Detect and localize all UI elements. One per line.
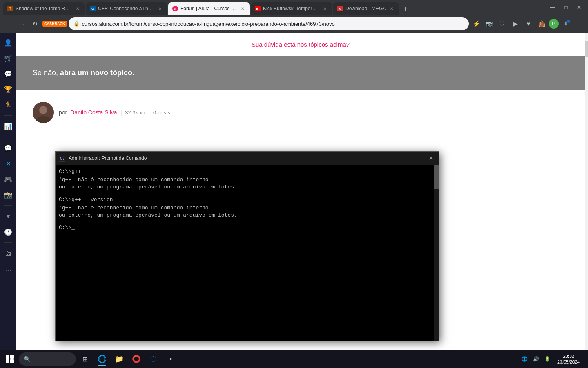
toolbar-shield-icon[interactable]: 🛡 [497,18,508,29]
top-question-area: Sua dúvida está nos tópicos acima? [16,33,585,56]
banner-text-bold: abra um novo tópico [60,69,132,77]
top-question-link[interactable]: Sua dúvida está nos tópicos acima? [252,41,350,48]
sidebar-icon-more[interactable]: … [2,263,15,276]
cmd-line-4: C:\>g++ --version [59,196,435,204]
cmd-maximize-button[interactable]: □ [414,154,423,163]
taskbar-search[interactable]: 🔍 [19,352,76,366]
tab-close-mega[interactable]: ✕ [388,5,395,12]
cmd-titlebar: C:\ Administrador: Prompt de Comando — □… [56,152,439,165]
tab-youtube[interactable]: ▶ Kick Buttowski Temporada... ✕ [251,2,332,15]
maximize-button[interactable]: □ [560,2,572,13]
taskbar-start-button[interactable] [2,351,18,367]
post-xp: 32.3k xp [125,110,145,116]
close-button[interactable]: ✕ [573,2,585,13]
tab-mega[interactable]: M Download - MEGA ✕ [333,2,399,15]
toolbar-wallet-icon[interactable]: 👜 [536,18,547,29]
sidebar-icon-instagram[interactable]: 📸 [2,188,15,201]
cmd-title-text: Administrador: Prompt de Comando [69,155,399,161]
cmd-scrollbar[interactable] [434,165,439,341]
post-xp-label: xp [140,110,145,116]
sidebar-icon-collections[interactable]: 🗂 [2,247,15,260]
tab-favicon-youtube: ▶ [255,6,261,11]
clock-time: 23:32 [563,353,575,359]
tray-battery-icon[interactable]: 🔋 [543,354,552,364]
start-sq-1 [6,355,9,359]
svg-text:C:\: C:\ [60,157,65,161]
start-sq-4 [10,359,14,363]
back-button[interactable]: ← [3,18,15,29]
tab-title-youtube: Kick Buttowski Temporada... [263,6,319,11]
profile-avatar[interactable]: P [549,19,559,29]
post-posts: 0 posts [153,110,170,116]
opera-icon: ⭕ [132,355,141,364]
sidebar-icon-trophy[interactable]: 🏆 [2,83,15,96]
new-tab-button[interactable]: + [400,3,411,15]
svg-point-1 [39,106,47,114]
toolbar-menu-icon[interactable]: ⋮ [573,18,585,29]
post-author[interactable]: Danilo Costa Silva [70,109,117,116]
start-sq-3 [6,359,9,363]
toolbar-heart-icon[interactable]: ♥ [523,18,534,29]
sidebar-icon-alura[interactable]: 🏃 [2,98,15,111]
tab-title-alura: Fórum | Alura - Cursos onl... [180,6,237,11]
address-bar[interactable]: 🔒 cursos.alura.com.br/forum/curso-cpp-in… [69,17,469,30]
gray-banner-text: Se não, abra um novo tópico. [33,69,568,77]
taskbar-opera-button[interactable]: ⭕ [128,351,145,367]
tab-cpp[interactable]: C C++: Conhecendo a lingua... ✕ [86,2,167,15]
toolbar-camera-icon[interactable]: 📷 [483,18,495,29]
tray-network-icon[interactable]: 🌐 [520,354,530,364]
post-posts-label: posts [158,110,170,116]
sidebar-icon-heart[interactable]: ♥ [2,210,15,223]
cmd-line-1: C:\>g++ [59,168,435,175]
sidebar-icon-grid[interactable]: 📊 [2,120,15,133]
tab-favicon-tomb: T [7,6,13,11]
post-posts-count: 0 [153,110,156,116]
page-content: Sua dúvida está nos tópicos acima? Se nã… [16,33,585,350]
sidebar-divider-2 [4,137,12,137]
page-scrollbar[interactable] [585,33,588,350]
gray-banner: Se não, abra um novo tópico. [16,56,585,90]
sidebar-icon-discord[interactable]: 🎮 [2,173,15,186]
forward-button[interactable]: → [16,18,28,29]
tab-close-tomb[interactable]: ✕ [74,5,81,12]
taskbar-edge-button[interactable]: 🌐 [94,351,110,367]
taskbar-cmd-button[interactable]: ▪ [163,351,179,367]
taskbar-taskview-button[interactable]: ⊞ [77,351,93,367]
sidebar-icon-twitter[interactable]: ✕ [2,157,15,170]
sidebar-divider-4 [4,242,12,243]
reload-button[interactable]: ↻ [29,18,41,29]
sidebar-icon-shop[interactable]: 🛒 [2,52,15,65]
tab-title-mega: Download - MEGA [345,6,386,11]
toolbar-extensions-icon[interactable]: ⚡ [470,18,482,29]
vscode-icon: ⬡ [150,355,157,364]
tray-volume-icon[interactable]: 🔊 [531,354,541,364]
toolbar-play-icon[interactable]: ▶ [510,18,521,29]
cmd-body[interactable]: C:\>g++ 'g++' não é reconhecido como um … [56,165,439,341]
tab-close-cpp[interactable]: ✕ [157,5,163,12]
tab-close-alura[interactable]: ✕ [239,5,246,12]
toolbar-download-icon[interactable]: ⬇ [560,18,572,29]
tab-tomb[interactable]: T Shadow of the Tomb Raide... ✕ [3,2,85,15]
tab-alura[interactable]: a Fórum | Alura - Cursos onl... ✕ [168,2,250,15]
system-clock[interactable]: 23:32 23/05/2024 [554,353,583,365]
taskbar-explorer-button[interactable]: 📁 [111,351,127,367]
explorer-icon: 📁 [115,355,124,364]
cmd-close-button[interactable]: ✕ [426,154,435,163]
sidebar-icon-whatsapp[interactable]: 💬 [2,141,15,155]
taskbar-vscode-button[interactable]: ⬡ [145,351,162,367]
tab-title-tomb: Shadow of the Tomb Raide... [16,6,72,11]
cmd-line-5: 'g++' não é reconhecido como um comando … [59,204,435,212]
cmd-minimize-button[interactable]: — [402,154,411,163]
left-sidebar: 👤 🛒 💬 🏆 🏃 📊 💬 ✕ 🎮 📸 ♥ 🕐 🗂 … [0,33,16,350]
window-controls: — □ ✕ [547,2,585,13]
post-por-label: por [59,109,67,116]
sidebar-divider-3 [4,205,12,206]
minimize-button[interactable]: — [547,2,559,13]
sidebar-icon-history[interactable]: 🕐 [2,225,15,238]
sidebar-icon-profile[interactable]: 👤 [2,36,15,49]
browser-content: Sua dúvida está nos tópicos acima? Se nã… [16,33,585,350]
taskview-icon: ⊞ [82,355,88,363]
sidebar-icon-chat[interactable]: 💬 [2,67,15,80]
post-xp-value: 32.3k [125,110,138,116]
tab-close-youtube[interactable]: ✕ [322,5,328,12]
